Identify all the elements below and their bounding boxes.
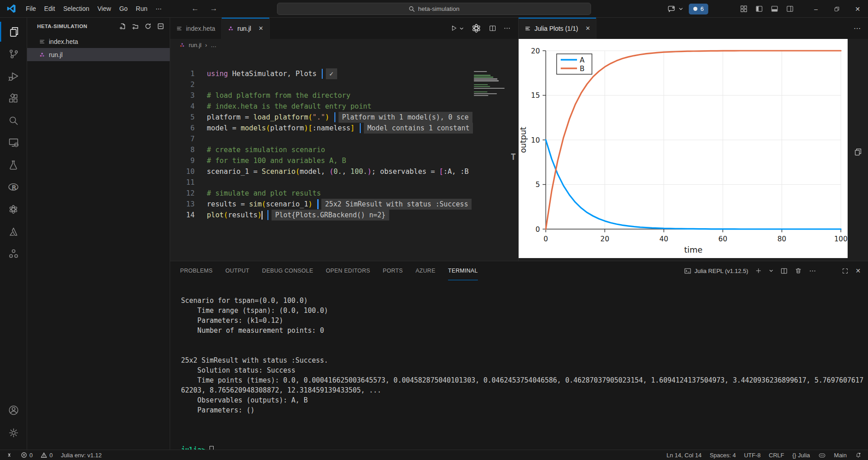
code-line[interactable]: 11 bbox=[170, 177, 518, 188]
panel-more-icon[interactable] bbox=[809, 267, 816, 275]
customize-layout-icon[interactable] bbox=[740, 5, 748, 13]
refresh-icon[interactable] bbox=[144, 23, 152, 30]
nav-back-icon[interactable]: ← bbox=[191, 4, 199, 13]
toggle-secondary-sidebar-icon[interactable] bbox=[786, 5, 794, 13]
terminal-profile[interactable]: Julia REPL (v1.12.5) bbox=[684, 267, 749, 275]
statusbar-encoding[interactable]: UTF-8 bbox=[744, 452, 761, 459]
plots-more-actions[interactable]: ⋯ bbox=[854, 18, 868, 39]
split-terminal-icon[interactable] bbox=[780, 267, 788, 275]
activity-source-control-icon[interactable] bbox=[0, 44, 27, 64]
menu-edit[interactable]: Edit bbox=[40, 3, 59, 15]
statusbar-language-mode[interactable]: {} Julia bbox=[792, 452, 810, 459]
statusbar-indentation[interactable]: Spaces: 4 bbox=[710, 452, 736, 459]
terminal[interactable]: Scenario for tspan=(0.0, 100.0) Time ran… bbox=[170, 280, 868, 450]
code-line[interactable]: 5platform = load_platform(".")Platform w… bbox=[170, 112, 518, 123]
activity-search-icon[interactable] bbox=[0, 110, 27, 130]
nav-forward-icon[interactable]: → bbox=[210, 4, 218, 13]
statusbar-label: Ln 14, Col 14 bbox=[667, 452, 701, 459]
copilot-chat-button[interactable] bbox=[667, 5, 683, 13]
minimize-button[interactable]: – bbox=[806, 0, 826, 18]
close-icon[interactable]: ✕ bbox=[258, 25, 263, 32]
panel-tab-open-editors[interactable]: OPEN EDITORS bbox=[326, 261, 370, 280]
menu-selection[interactable]: Selection bbox=[59, 3, 94, 15]
panel-tab-debug-console[interactable]: DEBUG CONSOLE bbox=[262, 261, 313, 280]
activity-remote-explorer-icon[interactable] bbox=[0, 133, 27, 153]
openai-action-icon[interactable] bbox=[471, 23, 482, 34]
code-line[interactable]: 8# create simulation scenario bbox=[170, 144, 518, 155]
restore-button[interactable] bbox=[826, 0, 847, 18]
statusbar-warnings-count[interactable]: 0 bbox=[41, 452, 52, 459]
statusbar-cursor-position[interactable]: Ln 14, Col 14 bbox=[667, 452, 701, 459]
panel-tab-ports[interactable]: PORTS bbox=[383, 261, 403, 280]
plots-tab-bar: Julia Plots (1/1) ✕ ⋯ bbox=[519, 18, 868, 39]
tab-index-heta[interactable]: index.heta bbox=[170, 18, 222, 39]
kill-terminal-icon[interactable] bbox=[795, 267, 802, 274]
run-button[interactable] bbox=[450, 24, 464, 32]
maximize-panel-icon[interactable] bbox=[842, 268, 849, 274]
menu-file[interactable]: File bbox=[22, 3, 40, 15]
toggle-panel-icon[interactable] bbox=[771, 5, 778, 13]
code-line[interactable]: 10scenario_1 = Scenario(model, (0., 100.… bbox=[170, 166, 518, 177]
activity-explorer-icon[interactable] bbox=[0, 22, 27, 42]
activity-organization-icon[interactable] bbox=[0, 244, 27, 264]
activity-openai-icon[interactable] bbox=[0, 199, 27, 219]
activity-settings-icon[interactable] bbox=[0, 423, 27, 443]
code-line[interactable]: 12# simulate and plot results bbox=[170, 188, 518, 199]
code-line[interactable]: 6model = models(platform)[:nameless]Mode… bbox=[170, 123, 518, 134]
code-line[interactable]: 3# load platform from the directory bbox=[170, 90, 518, 101]
terminal-line: 25x2 SimResult with status :Success. bbox=[181, 355, 868, 365]
breadcrumb[interactable]: run.jl › … bbox=[170, 39, 518, 51]
panel-tab-output[interactable]: OUTPUT bbox=[225, 261, 249, 280]
statusbar-notifications[interactable] bbox=[855, 452, 862, 459]
close-window-button[interactable]: ✕ bbox=[847, 0, 868, 18]
statusbar-julia-env[interactable]: Julia env: v1.12 bbox=[61, 452, 101, 459]
code-line[interactable]: 14plot(results)Plot{Plots.GRBackend() n=… bbox=[170, 210, 518, 220]
statusbar-copilot-status[interactable] bbox=[818, 451, 826, 459]
collapse-all-icon[interactable] bbox=[157, 23, 164, 30]
statusbar-errors-count[interactable]: 0 bbox=[21, 452, 33, 459]
panel-tab-problems[interactable]: PROBLEMS bbox=[180, 261, 213, 280]
statusbar-git-branch[interactable]: Main bbox=[834, 452, 847, 459]
new-terminal-icon[interactable] bbox=[755, 267, 762, 274]
new-folder-icon[interactable] bbox=[132, 23, 139, 30]
tab-run-jl[interactable]: run.jl✕ bbox=[222, 18, 270, 39]
code-line[interactable]: 2 bbox=[170, 79, 518, 90]
new-file-icon[interactable] bbox=[119, 23, 126, 30]
activity-run-debug-icon[interactable] bbox=[0, 66, 27, 86]
close-icon[interactable]: ✕ bbox=[585, 25, 590, 32]
activity-account-icon[interactable] bbox=[0, 400, 27, 420]
terminal-dropdown-icon[interactable] bbox=[769, 268, 773, 273]
activity-testing-icon[interactable] bbox=[0, 155, 27, 175]
toggle-sidebar-icon[interactable] bbox=[755, 5, 763, 13]
panel-tab-terminal[interactable]: TERMINAL bbox=[448, 261, 478, 280]
more-actions-icon[interactable] bbox=[503, 24, 511, 32]
menu-run[interactable]: Run bbox=[132, 3, 152, 15]
code-line[interactable]: 4# index.heta is the default entry point bbox=[170, 101, 518, 112]
menu-more[interactable]: ⋯ bbox=[152, 5, 166, 12]
copy-plot-icon[interactable] bbox=[854, 46, 863, 258]
tab-julia-plots[interactable]: Julia Plots (1/1) ✕ bbox=[519, 18, 596, 39]
activity-azure-icon[interactable] bbox=[0, 221, 27, 241]
svg-text:B: B bbox=[580, 65, 585, 73]
menu-go[interactable]: Go bbox=[115, 3, 132, 15]
panel-tab-azure[interactable]: AZURE bbox=[415, 261, 435, 280]
statusbar-eol[interactable]: CRLF bbox=[769, 452, 784, 459]
code-line[interactable]: 7 bbox=[170, 134, 518, 144]
activity-extensions-icon[interactable] bbox=[0, 88, 27, 108]
code-editor[interactable]: 1using HetaSimulator, Plots✓23# load pla… bbox=[170, 68, 518, 261]
statusbar-remote-indicator[interactable] bbox=[6, 452, 13, 458]
minimap[interactable] bbox=[474, 71, 513, 97]
code-line[interactable]: 1using HetaSimulator, Plots✓ bbox=[170, 68, 518, 79]
explorer-section-header[interactable]: HETA-SIMULATION bbox=[27, 18, 170, 35]
file-item-index-heta[interactable]: index.heta bbox=[27, 35, 170, 48]
code-line[interactable]: 9# for time 100 and variables A, B bbox=[170, 155, 518, 166]
activity-r-language-icon[interactable]: R bbox=[0, 177, 27, 197]
code-line[interactable]: 13results = sim(scenario_1)25x2 SimResul… bbox=[170, 199, 518, 210]
file-item-run-jl[interactable]: run.jl bbox=[27, 48, 170, 61]
session-badge[interactable]: 6 bbox=[689, 4, 708, 14]
close-panel-icon[interactable]: ✕ bbox=[855, 267, 861, 274]
command-center-search[interactable]: heta-simulation bbox=[277, 3, 591, 15]
menu-view[interactable]: View bbox=[93, 3, 115, 15]
split-editor-icon[interactable] bbox=[489, 24, 496, 32]
terminal-line bbox=[181, 425, 868, 435]
